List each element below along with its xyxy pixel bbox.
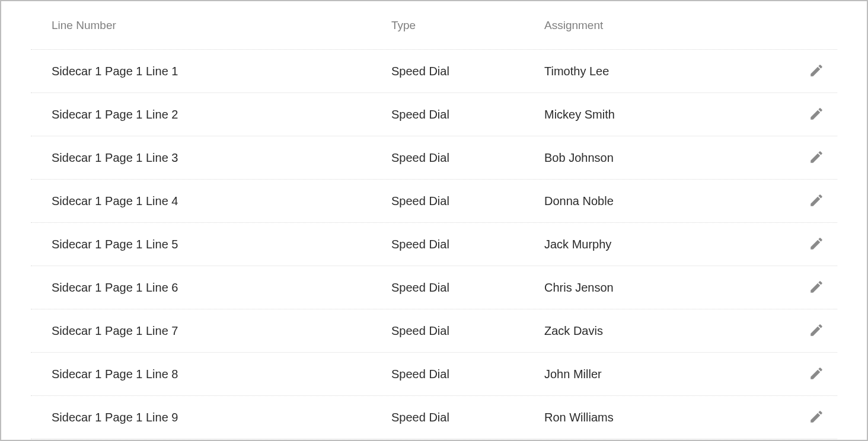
- pencil-icon: [809, 236, 824, 253]
- cell-assignment: Jack Murphy: [524, 238, 796, 251]
- table-header: Line Number Type Assignment: [31, 1, 837, 50]
- edit-button[interactable]: [806, 60, 827, 82]
- table-row: Sidecar 1 Page 1 Line 9Speed DialRon Wil…: [31, 396, 837, 439]
- pencil-icon: [809, 106, 824, 123]
- cell-line-number: Sidecar 1 Page 1 Line 8: [31, 368, 371, 381]
- cell-assignment: Ron Williams: [524, 411, 796, 424]
- pencil-icon: [809, 366, 824, 383]
- lines-table: Line Number Type Assignment Sidecar 1 Pa…: [1, 1, 867, 439]
- cell-assignment: John Miller: [524, 368, 796, 381]
- cell-assignment: Bob Johnson: [524, 151, 796, 165]
- cell-type: Speed Dial: [371, 65, 524, 78]
- cell-line-number: Sidecar 1 Page 1 Line 7: [31, 324, 371, 338]
- cell-assignment: Timothy Lee: [524, 65, 796, 78]
- table-row: Sidecar 1 Page 1 Line 6Speed DialChris J…: [31, 266, 837, 309]
- cell-type: Speed Dial: [371, 151, 524, 165]
- pencil-icon: [809, 322, 824, 340]
- cell-action: [796, 234, 837, 255]
- cell-type: Speed Dial: [371, 324, 524, 338]
- pencil-icon: [809, 149, 824, 167]
- cell-type: Speed Dial: [371, 194, 524, 208]
- cell-assignment: Chris Jenson: [524, 281, 796, 295]
- cell-action: [796, 60, 837, 82]
- cell-action: [796, 190, 837, 212]
- edit-button[interactable]: [806, 147, 827, 168]
- cell-assignment: Donna Noble: [524, 194, 796, 208]
- edit-button[interactable]: [806, 363, 827, 385]
- cell-type: Speed Dial: [371, 281, 524, 295]
- cell-line-number: Sidecar 1 Page 1 Line 1: [31, 65, 371, 78]
- cell-action: [796, 104, 837, 125]
- cell-assignment: Mickey Smith: [524, 108, 796, 122]
- table-row: Sidecar 1 Page 1 Line 2Speed DialMickey …: [31, 93, 837, 136]
- table-row: Sidecar 1 Page 1 Line 1Speed DialTimothy…: [31, 50, 837, 93]
- pencil-icon: [809, 63, 824, 80]
- pencil-icon: [809, 279, 824, 296]
- cell-line-number: Sidecar 1 Page 1 Line 4: [31, 194, 371, 208]
- table-row: Sidecar 1 Page 1 Line 8Speed DialJohn Mi…: [31, 353, 837, 396]
- edit-button[interactable]: [806, 234, 827, 255]
- cell-line-number: Sidecar 1 Page 1 Line 2: [31, 108, 371, 122]
- cell-action: [796, 320, 837, 341]
- cell-type: Speed Dial: [371, 238, 524, 251]
- edit-button[interactable]: [806, 320, 827, 341]
- table-row: Sidecar 1 Page 1 Line 5Speed DialJack Mu…: [31, 223, 837, 266]
- pencil-icon: [809, 193, 824, 210]
- cell-action: [796, 407, 837, 428]
- cell-assignment: Zack Davis: [524, 324, 796, 338]
- table-row: Sidecar 1 Page 1 Line 4Speed DialDonna N…: [31, 180, 837, 223]
- column-header-line-number: Line Number: [31, 19, 371, 32]
- cell-action: [796, 147, 837, 168]
- table-row: Sidecar 1 Page 1 Line 3Speed DialBob Joh…: [31, 136, 837, 180]
- edit-button[interactable]: [806, 190, 827, 212]
- column-header-assignment: Assignment: [524, 19, 796, 32]
- cell-line-number: Sidecar 1 Page 1 Line 3: [31, 151, 371, 165]
- cell-line-number: Sidecar 1 Page 1 Line 9: [31, 411, 371, 424]
- edit-button[interactable]: [806, 104, 827, 125]
- cell-type: Speed Dial: [371, 368, 524, 381]
- column-header-type: Type: [371, 19, 524, 32]
- cell-action: [796, 363, 837, 385]
- table-body: Sidecar 1 Page 1 Line 1Speed DialTimothy…: [31, 50, 837, 439]
- edit-button[interactable]: [806, 277, 827, 298]
- edit-button[interactable]: [806, 407, 827, 428]
- cell-type: Speed Dial: [371, 411, 524, 424]
- cell-line-number: Sidecar 1 Page 1 Line 6: [31, 281, 371, 295]
- table-row: Sidecar 1 Page 1 Line 7Speed DialZack Da…: [31, 309, 837, 353]
- pencil-icon: [809, 409, 824, 426]
- cell-type: Speed Dial: [371, 108, 524, 122]
- cell-line-number: Sidecar 1 Page 1 Line 5: [31, 238, 371, 251]
- cell-action: [796, 277, 837, 298]
